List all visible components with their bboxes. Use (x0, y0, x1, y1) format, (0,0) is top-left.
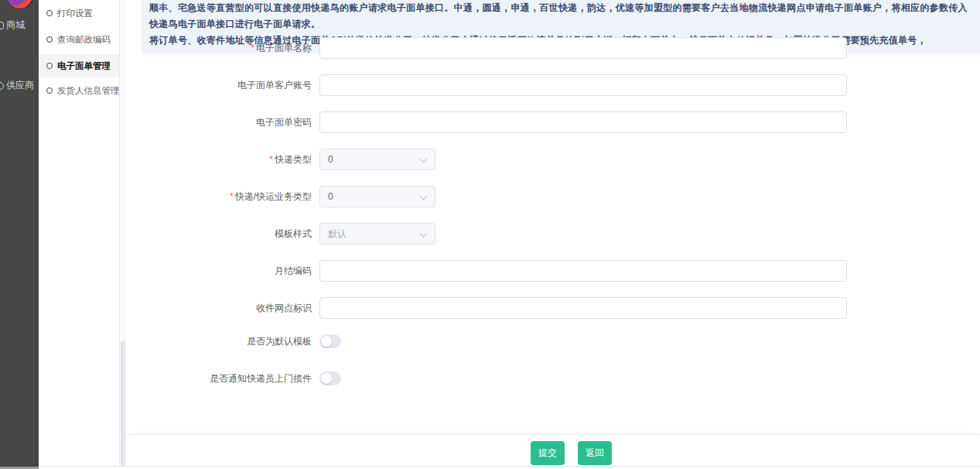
field-label-notify-courier: 是否通知快递员上门揽件 (126, 372, 319, 385)
field-label-business-type: *快递/快运业务类型 (126, 190, 319, 204)
monthly-code-input[interactable] (319, 260, 847, 282)
sidebar-item-label: 供应商 (6, 79, 34, 92)
radio-circle-icon (46, 63, 53, 69)
waybill-name-input[interactable] (319, 37, 847, 59)
required-mark: * (230, 191, 234, 202)
app-window: 商城 供应商 打印设置 查询邮政编码 电子面单管理 发货人信息管理 (0, 0, 980, 469)
field-label-template-style: 模板样式 (126, 228, 319, 241)
express-type-select[interactable]: 0 (319, 149, 435, 170)
field-label-express-type: *快递类型 (126, 153, 319, 166)
sidebar-item-supplier[interactable]: 供应商 (0, 79, 39, 92)
form-row: *快递/快运业务类型 0 (126, 186, 980, 207)
footer-buttons: 提交 返回 (531, 441, 612, 465)
vertical-scrollbar[interactable] (121, 0, 126, 466)
avatar[interactable] (6, 0, 34, 9)
chevron-down-icon (420, 230, 428, 238)
select-value: 默认 (328, 228, 347, 241)
select-value: 0 (328, 154, 333, 165)
form-row: 模板样式 默认 (126, 223, 980, 245)
scrollbar-thumb[interactable] (121, 341, 126, 466)
menu-item-print-settings[interactable]: 打印设置 (39, 2, 119, 25)
field-label-default-template: 是否为默认模板 (126, 335, 319, 348)
menu-item-shipper-info[interactable]: 发货人信息管理 (39, 79, 119, 102)
customer-account-input[interactable] (319, 74, 847, 96)
chevron-down-icon (420, 193, 428, 200)
form-row: 电子面单客户账号 (126, 74, 980, 96)
template-style-select[interactable]: 默认 (319, 223, 435, 245)
notify-courier-switch[interactable] (319, 371, 341, 385)
radio-circle-icon (46, 36, 53, 43)
secondary-menu: 打印设置 查询邮政编码 电子面单管理 发货人信息管理 (39, 0, 120, 466)
waybill-password-input[interactable] (319, 111, 847, 133)
window-bottom-border (39, 466, 980, 467)
back-button[interactable]: 返回 (578, 441, 612, 465)
menu-item-label: 查询邮政编码 (57, 34, 111, 46)
radio-circle-icon (46, 10, 53, 16)
form-row: 收件网点标识 (126, 297, 980, 319)
form-row: *快递类型 0 (126, 149, 980, 170)
default-template-switch[interactable] (319, 334, 341, 348)
chevron-down-icon (420, 156, 428, 163)
field-label-customer-account: 电子面单客户账号 (126, 79, 319, 92)
menu-item-label: 发货人信息管理 (57, 85, 120, 97)
sidebar-item-label: 商城 (6, 19, 25, 32)
form-row: 是否为默认模板 (126, 334, 980, 348)
form-row: 是否通知快递员上门揽件 (126, 371, 980, 385)
form-row: 电子面单密码 (126, 111, 980, 133)
notice-line-1: 顺丰、宅急送等直营型的可以直接使用快递鸟的账户请求电子面单接口。中通，圆通，申通… (149, 0, 972, 33)
required-mark: * (269, 154, 273, 165)
form-row: *电子面单名称 (126, 37, 980, 59)
radio-circle-icon (46, 87, 53, 94)
menu-item-postal-code-query[interactable]: 查询邮政编码 (39, 28, 119, 51)
select-value: 0 (328, 191, 333, 202)
menu-item-label: 电子面单管理 (57, 60, 111, 72)
form-row: 月结编码 (126, 260, 980, 282)
ewaybill-form: *电子面单名称 电子面单客户账号 电子面单密码 *快递类型 0 *快递/快运业务… (126, 37, 980, 401)
business-type-select[interactable]: 0 (319, 186, 435, 207)
field-label-outlet-id: 收件网点标识 (126, 302, 319, 315)
field-label-waybill-name: *电子面单名称 (126, 42, 319, 55)
submit-button[interactable]: 提交 (531, 441, 565, 465)
required-mark: * (251, 43, 254, 53)
mall-icon (0, 22, 4, 29)
field-label-monthly-code: 月结编码 (126, 265, 319, 278)
sidebar-item-mall[interactable]: 商城 (0, 19, 39, 32)
outlet-id-input[interactable] (319, 297, 847, 319)
switch-knob (321, 336, 332, 347)
supplier-icon (0, 82, 4, 90)
menu-item-label: 打印设置 (57, 8, 93, 19)
field-label-password: 电子面单密码 (126, 116, 319, 129)
main-content: 顺丰、宅急送等直营型的可以直接使用快递鸟的账户请求电子面单接口。中通，圆通，申通… (126, 0, 980, 469)
menu-item-ewaybill-management[interactable]: 电子面单管理 (39, 54, 119, 77)
switch-knob (321, 373, 332, 384)
footer-action-bar: 提交 返回 (126, 434, 980, 466)
primary-sidebar: 商城 供应商 (0, 0, 39, 467)
